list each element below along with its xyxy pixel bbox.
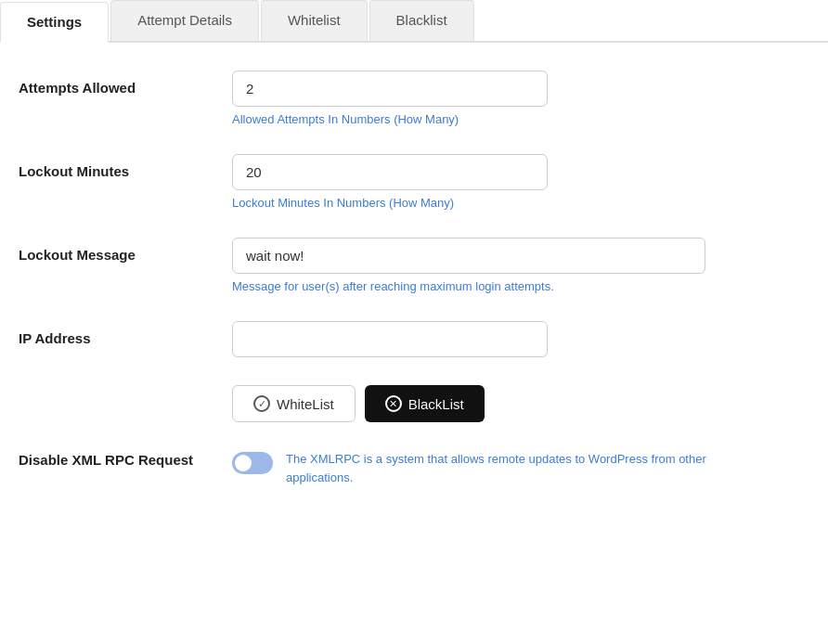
attempts-allowed-hint: Allowed Attempts In Numbers (How Many)	[232, 112, 715, 126]
toggle-slider	[232, 452, 273, 474]
lockout-minutes-content: Lockout Minutes In Numbers (How Many)	[232, 154, 715, 210]
blacklist-button[interactable]: ✕ BlackList	[365, 385, 485, 422]
blacklist-icon: ✕	[385, 395, 402, 412]
disable-xmlrpc-content: The XMLRPC is a system that allows remot…	[232, 450, 715, 486]
lockout-message-row: Lockout Message Message for user(s) afte…	[19, 238, 791, 293]
lockout-minutes-hint: Lockout Minutes In Numbers (How Many)	[232, 196, 715, 210]
tab-whitelist[interactable]: Whitelist	[261, 0, 368, 41]
lockout-minutes-row: Lockout Minutes Lockout Minutes In Numbe…	[19, 154, 791, 210]
attempts-allowed-input[interactable]	[232, 71, 548, 107]
lockout-message-input[interactable]	[232, 238, 705, 274]
tab-attempt-details[interactable]: Attempt Details	[110, 0, 259, 41]
ip-address-row: IP Address	[19, 321, 791, 357]
disable-xmlrpc-label: Disable XML RPC Request	[19, 450, 232, 468]
disable-xmlrpc-row: Disable XML RPC Request The XMLRPC is a …	[19, 450, 791, 486]
disable-xmlrpc-hint: The XMLRPC is a system that allows remot…	[286, 450, 715, 486]
tab-bar: Settings Attempt Details Whitelist Black…	[0, 0, 828, 43]
lockout-message-label: Lockout Message	[19, 238, 232, 263]
lockout-message-content: Message for user(s) after reaching maxim…	[232, 238, 715, 293]
attempts-allowed-label: Attempts Allowed	[19, 71, 232, 96]
disable-xmlrpc-toggle[interactable]	[232, 452, 273, 474]
lockout-minutes-input[interactable]	[232, 154, 548, 190]
ip-address-label: IP Address	[19, 321, 232, 346]
whitelist-label: WhiteList	[277, 396, 334, 412]
tab-settings[interactable]: Settings	[0, 2, 109, 43]
whitelist-button[interactable]: ✓ WhiteList	[232, 385, 356, 422]
ip-address-content	[232, 321, 715, 357]
ip-action-buttons: ✓ WhiteList ✕ BlackList	[232, 385, 791, 422]
attempts-allowed-content: Allowed Attempts In Numbers (How Many)	[232, 71, 715, 126]
settings-content: Attempts Allowed Allowed Attempts In Num…	[0, 43, 828, 533]
lockout-message-hint: Message for user(s) after reaching maxim…	[232, 279, 715, 293]
attempts-allowed-row: Attempts Allowed Allowed Attempts In Num…	[19, 71, 791, 126]
whitelist-icon: ✓	[253, 395, 270, 412]
ip-address-input[interactable]	[232, 321, 548, 357]
lockout-minutes-label: Lockout Minutes	[19, 154, 232, 179]
tab-blacklist[interactable]: Blacklist	[369, 0, 474, 41]
blacklist-label: BlackList	[408, 396, 464, 412]
